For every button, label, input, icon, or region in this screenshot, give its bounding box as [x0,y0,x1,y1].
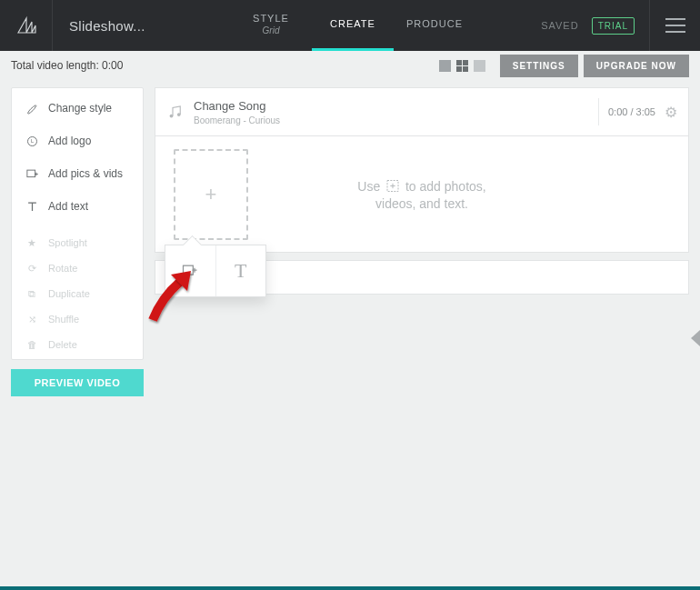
media-dropzone: + Use to add photos, videos, and text. [155,136,689,253]
nav-produce-label: PRODUCE [394,18,475,29]
music-icon [168,105,183,119]
view-single-icon[interactable] [474,60,485,72]
view-modes [439,60,485,72]
annotation-arrow [144,265,198,333]
nav-style-label: STYLE [230,13,312,24]
svg-point-3 [170,115,174,118]
menu-button[interactable] [649,0,700,51]
song-info: Change Song Boomerang - Curious [194,99,280,125]
star-icon: ★ [25,235,39,250]
sidebar-spotlight: ★ Spotlight [12,230,143,255]
nav-create[interactable]: CREATE [312,0,394,51]
song-settings-icon[interactable]: ⚙ [665,104,677,121]
plus-icon: + [205,183,217,206]
project-title[interactable]: Slideshow... [53,0,157,51]
upgrade-button[interactable]: UPGRADE NOW [584,55,689,77]
nav-create-label: CREATE [312,18,394,29]
preview-video-button[interactable]: PREVIEW VIDEO [11,369,144,396]
sidebar-item-label: Spotlight [48,237,87,248]
popover-add-text-button[interactable]: T [215,245,266,296]
sidebar-item-label: Delete [48,339,77,350]
sidebar-item-label: Rotate [48,263,77,274]
footer-bar [0,586,700,590]
sidebar-duplicate: ⧉ Duplicate [12,281,143,306]
svg-text:L: L [30,138,33,144]
sidebar-add-text[interactable]: Add text [12,190,143,223]
main-nav: STYLE Grid CREATE PRODUCE [230,0,475,51]
hamburger-icon [665,18,685,33]
sidebar-add-media[interactable]: Add pics & vids [12,157,143,190]
svg-point-4 [177,113,181,116]
logo-icon: L [25,134,39,148]
content-panel: Change Song Boomerang - Curious 0:00 / 3… [155,87,689,590]
sidebar-change-style[interactable]: Change style [12,92,143,125]
nav-style[interactable]: STYLE Grid [230,0,312,51]
sidebar-item-label: Add logo [48,135,91,147]
add-slot-inline-icon [385,178,400,195]
nav-produce[interactable]: PRODUCE [394,0,475,51]
shuffle-icon: ⤭ [25,312,39,326]
view-large-grid-icon[interactable] [456,60,468,72]
dropzone-hint: Use to add photos, videos, and text. [276,178,567,210]
top-right: SAVED TRIAL [541,0,700,51]
sidebar-rotate: ⟳ Rotate [12,255,143,281]
sidebar-item-label: Add text [48,200,88,213]
fan-icon [15,15,37,36]
song-time: 0:00 / 3:05 [608,106,655,117]
text-icon: T [235,259,246,283]
app-logo[interactable] [0,0,53,51]
trial-badge[interactable]: TRIAL [592,17,635,35]
saved-indicator: SAVED [541,20,578,31]
brush-icon [25,101,39,115]
sidebar-add-logo[interactable]: L Add logo [12,125,143,157]
add-slot[interactable]: + [174,149,248,240]
song-right: 0:00 / 3:05 ⚙ [598,88,677,135]
media-add-icon [25,166,39,181]
settings-button[interactable]: SETTINGS [500,55,578,77]
svg-rect-2 [26,170,35,177]
view-small-grid-icon[interactable] [439,60,451,72]
total-length-label: Total video length: 0:00 [11,59,123,72]
nav-style-sub: Grid [230,25,312,35]
text-icon [25,199,39,214]
sidebar-item-label: Add pics & vids [48,167,123,180]
right-drawer-handle[interactable] [689,330,700,346]
sidebar-item-label: Duplicate [48,288,90,299]
tools-sidebar: Change style L Add logo Add pics & vids … [11,87,144,360]
song-track: Boomerang - Curious [194,115,280,125]
trash-icon: 🗑 [25,337,39,352]
rotate-icon: ⟳ [25,261,39,275]
sidebar-item-label: Shuffle [48,314,79,325]
top-bar: Slideshow... STYLE Grid CREATE PRODUCE S… [0,0,700,51]
sidebar-shuffle: ⤭ Shuffle [12,306,143,332]
sub-bar: Total video length: 0:00 SETTINGS UPGRAD… [0,51,700,80]
duplicate-icon: ⧉ [25,286,39,301]
sidebar-delete: 🗑 Delete [12,332,143,357]
main-area: Change style L Add logo Add pics & vids … [0,80,700,590]
sidebar-item-label: Change style [48,102,112,115]
change-song-label: Change Song [194,99,280,113]
song-bar[interactable]: Change Song Boomerang - Curious 0:00 / 3… [155,87,689,136]
